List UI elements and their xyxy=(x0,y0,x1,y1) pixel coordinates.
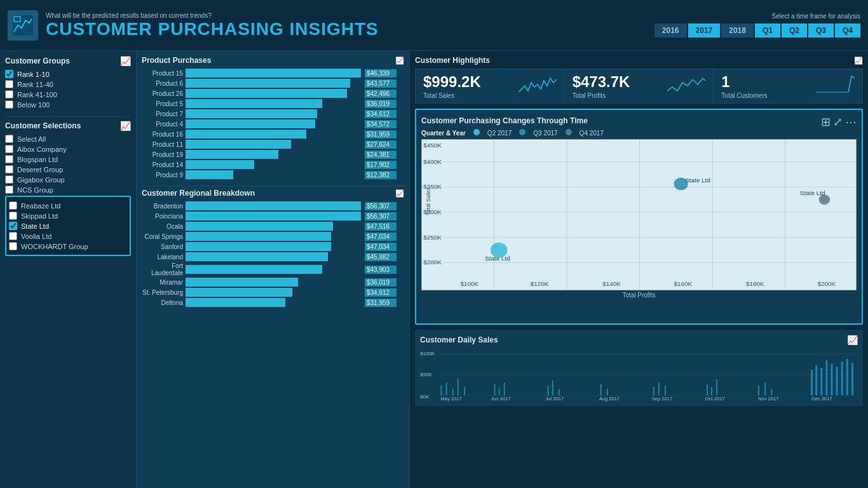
scatter-pin-icon[interactable]: ⊞ xyxy=(821,115,831,129)
wockhardt-checkbox[interactable] xyxy=(9,242,17,250)
select-all-checkbox[interactable] xyxy=(5,135,13,143)
regional-bar-row: Poinciana $56,307 xyxy=(142,212,397,220)
bar-fill xyxy=(186,119,315,128)
svg-text:Aug 2017: Aug 2017 xyxy=(599,396,620,402)
bar-value: $17,902 xyxy=(365,161,397,169)
rank-41-100-checkbox[interactable] xyxy=(5,90,13,98)
scatter-expand-icon[interactable]: ⤢ xyxy=(833,115,843,129)
svg-text:$200K: $200K xyxy=(817,281,836,287)
bar-label: St. Petersburg xyxy=(142,289,183,296)
deseret-item[interactable]: Deseret Group xyxy=(5,165,131,173)
below-100-checkbox[interactable] xyxy=(5,100,13,109)
q4-btn[interactable]: Q4 xyxy=(835,24,860,37)
svg-rect-64 xyxy=(846,359,848,395)
gigabox-checkbox[interactable] xyxy=(5,175,13,184)
total-customers-sparkline xyxy=(817,73,855,95)
bar-container xyxy=(186,89,361,98)
svg-text:$180K: $180K xyxy=(746,281,764,287)
aibox-checkbox[interactable] xyxy=(5,145,13,153)
svg-text:Nov 2017: Nov 2017 xyxy=(758,396,778,402)
select-all-item[interactable]: Select All xyxy=(5,135,131,143)
year-2016-btn[interactable]: 2016 xyxy=(654,24,687,37)
bar-value: $12,382 xyxy=(365,171,397,179)
reabaze-label: Reabaze Ltd xyxy=(21,202,60,210)
bar-container xyxy=(186,222,361,231)
bar-label: Ocala xyxy=(142,223,183,230)
bar-container xyxy=(186,232,361,241)
bar-container xyxy=(186,150,361,159)
rank-11-40-item[interactable]: Rank 11-40 xyxy=(5,80,131,88)
bar-container xyxy=(186,69,361,78)
voolia-label: Voolia Ltd xyxy=(21,233,51,240)
blogspan-checkbox[interactable] xyxy=(5,155,13,163)
voolia-checkbox[interactable] xyxy=(9,232,17,240)
bar-container xyxy=(186,99,361,108)
total-profits-kpi: $473.7K Total Profits xyxy=(565,69,714,104)
year-2017-btn[interactable]: 2017 xyxy=(688,24,721,37)
bar-fill xyxy=(186,242,331,251)
svg-rect-41 xyxy=(499,388,500,395)
ncs-checkbox[interactable] xyxy=(5,186,13,194)
customer-selections-header: Customer Selections 📈 xyxy=(5,121,131,131)
bar-value: $31,959 xyxy=(365,299,397,307)
bar-label: Poinciana xyxy=(142,213,183,220)
svg-text:$50K: $50K xyxy=(420,372,433,377)
svg-text:Jun 2017: Jun 2017 xyxy=(491,396,510,402)
svg-text:Dec 2017: Dec 2017 xyxy=(811,396,832,402)
svg-rect-49 xyxy=(658,383,660,395)
rank-41-100-item[interactable]: Rank 41-100 xyxy=(5,90,131,98)
rank-1-10-item[interactable]: Rank 1-10 xyxy=(5,70,131,78)
bar-value: $36,019 xyxy=(365,278,397,287)
ncs-item[interactable]: NCS Group xyxy=(5,186,131,194)
skippad-item[interactable]: Skippad Ltd xyxy=(9,212,127,220)
wockhardt-label: WOCKHARDT Group xyxy=(21,243,88,250)
voolia-item[interactable]: Voolia Ltd xyxy=(9,232,127,240)
select-all-label: Select All xyxy=(17,135,46,143)
gigabox-item[interactable]: Gigabox Group xyxy=(5,175,131,184)
svg-text:$160K: $160K xyxy=(674,281,693,287)
bar-fill xyxy=(186,252,328,261)
product-bar-row: Product 16 $31,959 xyxy=(142,130,397,139)
total-profits-label: Total Profits xyxy=(573,92,630,99)
bar-container xyxy=(186,201,361,210)
rank-1-10-checkbox[interactable] xyxy=(5,70,13,78)
bar-value: $34,612 xyxy=(365,288,397,297)
below-100-item[interactable]: Below 100 xyxy=(5,100,131,109)
bar-fill xyxy=(186,278,298,287)
scatter-chart-area: $200K $250K $300K $350K $400K $450K $100… xyxy=(421,139,857,290)
svg-rect-65 xyxy=(851,363,853,395)
state-checkbox[interactable] xyxy=(9,222,17,230)
daily-sales-section: Customer Daily Sales 📈 $0K $50K $100K xyxy=(415,330,863,406)
kpi-row: $999.2K Total Sales $473.7K Total Profit… xyxy=(415,69,863,104)
q2-btn[interactable]: Q2 xyxy=(782,24,807,37)
rank-11-40-checkbox[interactable] xyxy=(5,80,13,88)
total-profits-value: $473.7K xyxy=(573,73,630,91)
blogspan-item[interactable]: Blogspan Ltd xyxy=(5,155,131,163)
bar-container xyxy=(186,252,361,261)
skippad-checkbox[interactable] xyxy=(9,212,17,220)
bar-label: Product 14 xyxy=(142,161,183,168)
q3-btn[interactable]: Q3 xyxy=(808,24,834,37)
bar-label: Bradenton xyxy=(142,203,183,210)
scatter-more-icon[interactable]: ⋯ xyxy=(845,115,857,129)
state-item[interactable]: State Ltd xyxy=(9,222,127,230)
bar-label: Sanford xyxy=(142,243,183,250)
bar-label: Product 16 xyxy=(142,131,183,138)
bar-value: $43,903 xyxy=(365,266,397,274)
customer-groups-header: Customer Groups 📈 xyxy=(5,56,131,66)
year-2018-btn[interactable]: 2018 xyxy=(721,24,754,37)
legend-q3-dot xyxy=(519,129,526,137)
reabaze-checkbox[interactable] xyxy=(9,201,17,210)
customer-groups-title: Customer Groups xyxy=(5,57,70,65)
bar-value: $42,496 xyxy=(365,90,397,98)
wockhardt-item[interactable]: WOCKHARDT Group xyxy=(9,242,127,250)
aibox-item[interactable]: Aibox Company xyxy=(5,145,131,153)
q1-btn[interactable]: Q1 xyxy=(755,24,780,37)
svg-rect-58 xyxy=(815,365,817,395)
total-sales-value: $999.2K xyxy=(423,73,481,91)
bar-fill xyxy=(186,288,292,297)
reabaze-item[interactable]: Reabaze Ltd xyxy=(9,201,127,210)
svg-rect-45 xyxy=(559,389,560,395)
bar-fill xyxy=(186,69,361,78)
deseret-checkbox[interactable] xyxy=(5,165,13,173)
